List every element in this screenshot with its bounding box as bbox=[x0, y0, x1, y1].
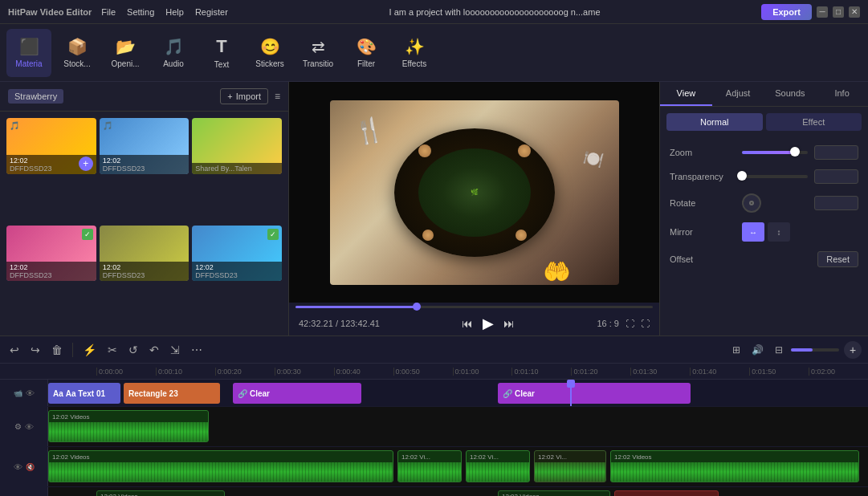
track-eye-2[interactable]: 👁 bbox=[14, 462, 22, 472]
track-eye-0[interactable]: 👁 bbox=[26, 388, 35, 398]
split-button[interactable]: ⚡ bbox=[79, 342, 100, 358]
media-not-found-clip[interactable]: ⚠ Media Not Found bbox=[614, 490, 719, 496]
clip-text01[interactable]: Aa Aa Text 01 bbox=[48, 383, 120, 404]
redo-button[interactable]: ↪ bbox=[27, 342, 43, 358]
mode-normal[interactable]: Normal bbox=[666, 113, 763, 131]
tool-filter[interactable]: 🎨 Filter bbox=[344, 29, 389, 77]
video-clip-2c[interactable]: 12:02 Vi... bbox=[466, 450, 530, 482]
tool-stickers-label: Stickers bbox=[255, 59, 284, 68]
zoom-timeline-slider[interactable] bbox=[791, 348, 839, 352]
tool-effects[interactable]: ✨ Effects bbox=[392, 29, 437, 77]
media-item-3[interactable]: ✓ 12:02 DFFDSSD23 bbox=[6, 226, 96, 282]
mirror-horizontal-button[interactable]: ↔ bbox=[742, 222, 764, 242]
transparency-thumb[interactable] bbox=[737, 171, 747, 181]
track-audio1-content[interactable]: 12:02 Videos 12:02 Videos ⚠ Media Not Fo… bbox=[48, 487, 868, 496]
food-decoration: 🌿 bbox=[471, 189, 479, 197]
clip-clear2[interactable]: 🔗 Clear bbox=[498, 383, 691, 404]
audio-clip-1b[interactable]: 12:02 Videos bbox=[498, 490, 610, 496]
rotate-value[interactable]: 0° bbox=[814, 196, 858, 210]
resize-icon[interactable]: ⛶ bbox=[626, 319, 634, 328]
audio-clip-1a[interactable]: 12:02 Videos bbox=[96, 490, 225, 496]
rotate-control[interactable] bbox=[742, 193, 761, 213]
undo2-button[interactable]: ↶ bbox=[146, 342, 162, 358]
minimize-button[interactable]: ─ bbox=[817, 6, 828, 18]
tool-audio[interactable]: 🎵 Audio bbox=[151, 29, 196, 77]
delete-button[interactable]: 🗑 bbox=[48, 342, 66, 358]
fullscreen-icon[interactable]: ⛶ bbox=[641, 319, 650, 328]
menu-register[interactable]: Register bbox=[195, 7, 228, 17]
transparency-slider[interactable] bbox=[742, 175, 808, 178]
tool-stock[interactable]: 📦 Stock... bbox=[55, 29, 100, 77]
materia-icon: ⬛ bbox=[19, 37, 39, 56]
track-eye-1[interactable]: 👁 bbox=[25, 422, 34, 432]
zoom-value[interactable]: 100% bbox=[814, 145, 858, 160]
tab-adjust[interactable]: Adjust bbox=[712, 82, 764, 106]
zoom-slider[interactable] bbox=[742, 151, 808, 154]
track-audio-1: 👁 🔇 12:02 Videos 12:02 Videos ⚠ Media No… bbox=[0, 487, 868, 496]
video-clip-2d[interactable]: 12:02 Vi... bbox=[534, 450, 606, 482]
media-item-4[interactable]: 12:02 DFFDSSD23 bbox=[100, 226, 189, 282]
undo-button[interactable]: ↩ bbox=[6, 342, 22, 358]
export-button[interactable]: Export bbox=[761, 4, 812, 20]
step-back-button[interactable]: ⏮ bbox=[462, 317, 473, 330]
progress-thumb[interactable] bbox=[413, 303, 421, 311]
tool-stock-label: Stock... bbox=[63, 59, 90, 68]
menu-setting[interactable]: Setting bbox=[127, 7, 154, 17]
close-button[interactable]: ✕ bbox=[849, 6, 860, 18]
media-item-0[interactable]: 🎵 12:02 DFFDSSD23 + bbox=[6, 118, 96, 174]
media-item-5[interactable]: ✓ 12:02 DFFDSSD23 bbox=[192, 226, 282, 282]
mirror-vertical-button[interactable]: ↕ bbox=[768, 222, 790, 242]
grid-icon[interactable]: ≡ bbox=[275, 91, 280, 102]
maximize-button[interactable]: □ bbox=[833, 6, 844, 18]
add-icon-0[interactable]: + bbox=[79, 157, 93, 171]
import-button[interactable]: + Import bbox=[220, 88, 268, 104]
progress-bar[interactable] bbox=[295, 306, 653, 308]
video-clip-2a[interactable]: 12:02 Videos bbox=[48, 450, 393, 482]
video-clip-2e[interactable]: 12:02 Videos bbox=[610, 450, 859, 482]
tab-view[interactable]: View bbox=[660, 82, 712, 106]
crop-button[interactable]: ✂ bbox=[104, 342, 120, 358]
play-button[interactable]: ▶ bbox=[483, 315, 494, 332]
track-text-content[interactable]: Aa Aa Text 01 Rectangle 23 🔗 Clear 🔗 Cle… bbox=[48, 380, 868, 406]
rotate-tl-button[interactable]: ↺ bbox=[125, 342, 141, 358]
tab-info[interactable]: Info bbox=[816, 82, 868, 106]
mode-effect[interactable]: Effect bbox=[766, 113, 862, 131]
playhead[interactable] bbox=[570, 380, 572, 406]
zoom-fit-button[interactable]: ⊞ bbox=[729, 343, 744, 357]
tool-materia[interactable]: ⬛ Materia bbox=[6, 29, 51, 77]
resize-button[interactable]: ⇲ bbox=[167, 342, 183, 358]
transparency-row: Transparency 100% bbox=[670, 169, 858, 184]
zoom-thumb[interactable] bbox=[790, 147, 800, 157]
track-video2-content[interactable]: 12:02 Videos 12:02 Vi... 12:02 Vi... 12:… bbox=[48, 447, 868, 486]
tool-open[interactable]: 📂 Openi... bbox=[103, 29, 148, 77]
tool-transition[interactable]: ⇄ Transitio bbox=[295, 29, 340, 77]
step-forward-button[interactable]: ⏭ bbox=[503, 317, 515, 330]
progress-bar-container[interactable] bbox=[289, 303, 659, 311]
ac1b-header: 12:02 Videos bbox=[499, 491, 609, 496]
add-track-button[interactable]: + bbox=[844, 341, 862, 359]
media-item-1[interactable]: 🎵 12:02 DFFDSSD23 bbox=[100, 118, 189, 174]
tab-sounds[interactable]: Sounds bbox=[764, 82, 817, 106]
zoom-split-button[interactable]: ⊟ bbox=[772, 343, 786, 357]
vc2a-header: 12:02 Videos bbox=[49, 451, 393, 462]
ruler-0: 0:00:00 bbox=[96, 368, 156, 376]
clip-clear1[interactable]: 🔗 Clear bbox=[233, 383, 361, 404]
reset-button[interactable]: Reset bbox=[817, 251, 858, 267]
tool-text[interactable]: T Text bbox=[199, 29, 244, 77]
transparency-value[interactable]: 100% bbox=[814, 169, 858, 184]
clear1-icon: 🔗 bbox=[238, 389, 247, 398]
more-button[interactable]: ⋯ bbox=[188, 342, 206, 358]
playhead-top bbox=[567, 380, 575, 388]
video-clip-2b[interactable]: 12:02 Vi... bbox=[397, 450, 462, 482]
video-clip-1[interactable]: 12:02 Videos bbox=[48, 410, 209, 442]
check-icon-3: ✓ bbox=[82, 229, 93, 240]
menu-file[interactable]: File bbox=[101, 7, 116, 17]
media-item-2[interactable]: Shared By...Talen bbox=[192, 118, 282, 174]
tool-stickers[interactable]: 😊 Stickers bbox=[247, 29, 292, 77]
zoom-audio-button[interactable]: 🔊 bbox=[748, 343, 767, 357]
clip-rect23[interactable]: Rectangle 23 bbox=[124, 383, 220, 404]
menu-help[interactable]: Help bbox=[165, 7, 184, 17]
category-tag[interactable]: Strawberry bbox=[8, 89, 63, 104]
vc2e-wave bbox=[611, 462, 858, 482]
track-video1-content[interactable]: 12:02 Videos bbox=[48, 407, 868, 446]
